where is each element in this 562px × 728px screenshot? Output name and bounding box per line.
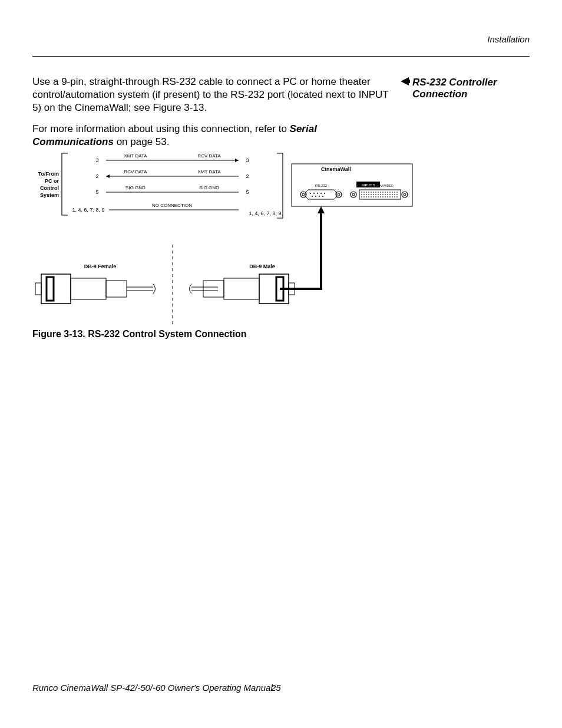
rs232-lbl: RS-232 bbox=[315, 184, 328, 187]
noconn: NO CONNECTION bbox=[152, 203, 192, 208]
rcv-l: RCV DATA bbox=[124, 169, 147, 174]
left-lbl-1: To/From bbox=[38, 171, 59, 177]
dvi-lbl: DVI/VIDEO bbox=[378, 184, 393, 187]
sidehead-line2: Connection bbox=[412, 88, 468, 100]
svg-point-10 bbox=[310, 193, 311, 194]
svg-point-17 bbox=[319, 196, 320, 197]
svg-marker-2 bbox=[235, 159, 239, 162]
svg-point-22 bbox=[351, 192, 356, 197]
svg-point-16 bbox=[315, 196, 316, 197]
pinrest-l: 1, 4, 6, 7, 8, 9 bbox=[72, 207, 104, 213]
svg-point-15 bbox=[312, 196, 313, 197]
svg-point-9 bbox=[302, 193, 305, 196]
svg-rect-42 bbox=[224, 278, 259, 299]
svg-point-18 bbox=[322, 196, 323, 197]
db9m-lbl: DB-9 Male bbox=[249, 263, 275, 269]
svg-point-13 bbox=[320, 193, 322, 194]
db9-female-icon bbox=[35, 274, 156, 304]
sidehead-line1: RS-232 Controller bbox=[412, 77, 497, 88]
cinemawall-label: CinemaWall bbox=[321, 166, 351, 172]
db9f-lbl: DB-9 Female bbox=[84, 263, 117, 269]
pin3-l: 3 bbox=[95, 157, 98, 163]
body-text: Use a 9-pin, straight-through RS-232 cab… bbox=[32, 75, 398, 149]
footer-text: Runco CinemaWall SP-42/-50/-60 Owner's O… bbox=[32, 683, 273, 693]
svg-point-28 bbox=[402, 192, 408, 197]
sidehead-arrow-icon bbox=[401, 77, 410, 88]
svg-rect-34 bbox=[47, 277, 54, 301]
pin2-r: 2 bbox=[246, 173, 249, 179]
para2-a: For more information about using this co… bbox=[32, 123, 290, 134]
svg-point-14 bbox=[324, 193, 325, 194]
svg-rect-32 bbox=[35, 283, 41, 295]
header-section: Installation bbox=[487, 34, 530, 44]
svg-marker-0 bbox=[401, 77, 410, 85]
pin2-l: 2 bbox=[95, 173, 98, 179]
input5-lbl: INPUT 5 bbox=[362, 183, 376, 187]
pin5-r: 5 bbox=[246, 189, 249, 195]
xmt-r: XMT DATA bbox=[197, 169, 221, 174]
svg-marker-30 bbox=[318, 206, 325, 213]
left-lbl-2: PC or bbox=[45, 178, 59, 184]
pin3-r: 3 bbox=[246, 157, 249, 163]
svg-point-23 bbox=[352, 193, 355, 196]
side-heading: RS-232 Controller Connection bbox=[412, 77, 536, 100]
xmt-l: XMT DATA bbox=[124, 153, 147, 159]
svg-rect-35 bbox=[71, 278, 106, 299]
svg-rect-41 bbox=[203, 281, 224, 297]
left-lbl-3: Control bbox=[40, 185, 59, 191]
svg-rect-36 bbox=[106, 281, 127, 297]
header-rule bbox=[32, 56, 530, 57]
left-lbl-4: System bbox=[40, 192, 59, 198]
rcv-r: RCV DATA bbox=[197, 153, 221, 159]
paragraph-2: For more information about using this co… bbox=[32, 123, 398, 149]
db9-male-icon bbox=[190, 274, 295, 304]
svg-rect-7 bbox=[292, 164, 412, 206]
para2-c: on page 53. bbox=[114, 136, 170, 147]
figure-caption: Figure 3-13. RS-232 Control System Conne… bbox=[32, 329, 247, 340]
gnd-r: SIG GND bbox=[199, 185, 219, 190]
svg-point-11 bbox=[313, 193, 315, 194]
page-number: 25 bbox=[271, 683, 281, 693]
pin5-l: 5 bbox=[95, 189, 98, 195]
figure-diagram: To/From PC or Control System 3 2 5 1, 4,… bbox=[32, 147, 415, 324]
svg-point-29 bbox=[404, 193, 406, 196]
svg-marker-4 bbox=[106, 174, 110, 178]
paragraph-1: Use a 9-pin, straight-through RS-232 cab… bbox=[32, 75, 398, 114]
gnd-l: SIG GND bbox=[125, 185, 146, 190]
svg-point-12 bbox=[317, 193, 318, 194]
svg-point-20 bbox=[338, 193, 340, 196]
pinrest-r: 1, 4, 6, 7, 8, 9 bbox=[249, 210, 281, 216]
